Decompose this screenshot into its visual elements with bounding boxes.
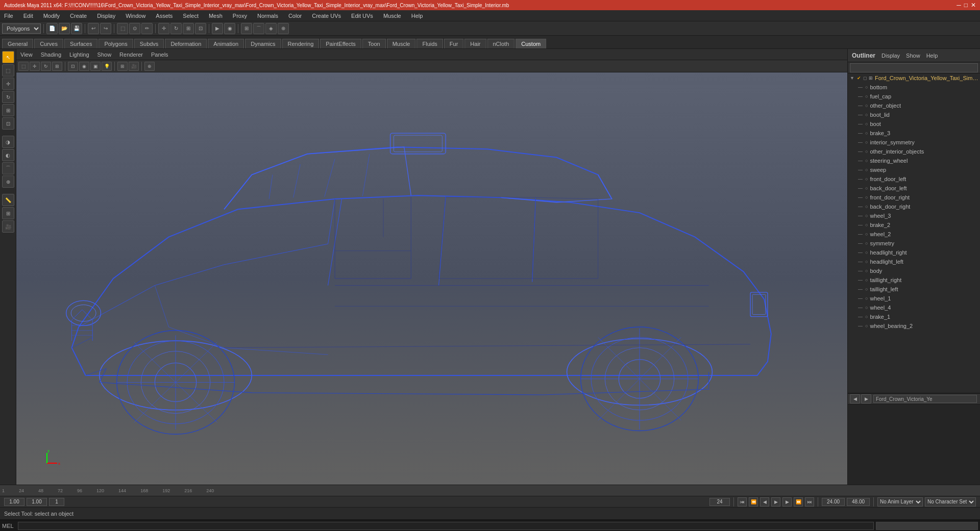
anim-layer-dropdown[interactable]: No Anim Layer (877, 497, 923, 507)
vp-texture-btn[interactable]: ▣ (90, 62, 101, 71)
menu-assets[interactable]: Assets (154, 12, 175, 20)
timeline-scrubber[interactable]: 1 24 48 72 96 120 144 168 192 216 240 (0, 485, 980, 496)
tab-general[interactable]: General (2, 39, 33, 48)
outliner-item[interactable]: — ○ brake_2 (848, 220, 980, 230)
prev-key-btn[interactable]: ⏪ (749, 497, 758, 507)
outliner-item[interactable]: — ○ steering_wheel (848, 156, 980, 165)
outliner-search-input[interactable] (850, 63, 978, 72)
outliner-item[interactable]: — ○ fuel_cap (848, 92, 980, 101)
outliner-item[interactable]: — ○ front_door_right (848, 193, 980, 202)
menu-select[interactable]: Select (181, 12, 201, 20)
toolbar-paint[interactable]: ✏ (141, 23, 153, 34)
vp-resolution-btn[interactable]: ⊕ (144, 62, 155, 71)
tab-fluids[interactable]: Fluids (416, 39, 443, 48)
goto-end-btn[interactable]: ⏭ (805, 497, 814, 507)
toolbar-save[interactable]: 💾 (71, 23, 82, 34)
vp-select-btn[interactable]: ⬚ (18, 62, 29, 71)
outliner-item[interactable]: — ○ interior_symmetry (848, 138, 980, 147)
tab-polygons[interactable]: Polygons (99, 39, 133, 48)
outliner-item[interactable]: — ○ wheel_bearing_2 (848, 321, 980, 331)
soft-mod-btn[interactable]: ◐ (2, 149, 14, 161)
toolbar-rotate[interactable]: ↻ (170, 23, 182, 34)
outliner-item[interactable]: — ○ front_door_left (848, 174, 980, 184)
next-frame-btn[interactable]: ▶ (782, 497, 792, 507)
outliner-item[interactable]: — ○ headlight_right (848, 248, 980, 257)
toolbar-snap-view[interactable]: ⊕ (278, 23, 289, 34)
outliner-item[interactable]: — ○ boot_lid (848, 110, 980, 119)
minimize-button[interactable]: ─ (957, 2, 961, 9)
transform-btn[interactable]: ⊡ (2, 117, 14, 130)
menu-muscle[interactable]: Muscle (381, 12, 403, 20)
menu-create-uvs[interactable]: Create UVs (310, 12, 343, 20)
vp-light-btn[interactable]: 💡 (102, 62, 112, 71)
menu-edit[interactable]: Edit (21, 12, 35, 20)
outliner-item[interactable]: — ○ wheel_2 (848, 230, 980, 239)
toolbar-new[interactable]: 📄 (46, 23, 58, 34)
vp-menu-view[interactable]: View (18, 50, 35, 59)
graph-tab-label[interactable]: Ford_Crown_Victoria_Ye (876, 396, 933, 402)
menu-display[interactable]: Display (95, 12, 117, 20)
toolbar-move[interactable]: ✛ (158, 23, 169, 34)
menu-edit-uvs[interactable]: Edit UVs (349, 12, 375, 20)
toolbar-snap-curve[interactable]: ⌒ (253, 23, 264, 34)
viewport-canvas[interactable]: x y (16, 72, 847, 485)
vp-menu-renderer[interactable]: Renderer (117, 50, 145, 59)
vp-smooth-btn[interactable]: ◉ (79, 62, 89, 71)
outliner-item[interactable]: — ○ back_door_left (848, 184, 980, 193)
toolbar-render[interactable]: ▶ (212, 23, 223, 34)
outliner-menu-show[interactable]: Show (906, 53, 920, 59)
toolbar-snap-grid[interactable]: ⊞ (241, 23, 252, 34)
tab-curves[interactable]: Curves (34, 39, 63, 48)
frame-input[interactable] (49, 498, 64, 506)
tab-deformation[interactable]: Deformation (165, 39, 207, 48)
outliner-item[interactable]: — ○ brake_3 (848, 129, 980, 138)
tab-subdvs[interactable]: Subdvs (134, 39, 164, 48)
toolbar-transform[interactable]: ⊡ (195, 23, 206, 34)
tab-toon[interactable]: Toon (362, 39, 386, 48)
toolbar-scale[interactable]: ⊞ (183, 23, 194, 34)
vp-grid-btn[interactable]: ⊞ (117, 62, 128, 71)
vp-menu-lighting[interactable]: Lighting (67, 50, 91, 59)
outliner-item[interactable]: — ○ sweep (848, 165, 980, 174)
outliner-item[interactable]: — ○ wheel_3 (848, 211, 980, 220)
tab-fur[interactable]: Fur (444, 39, 464, 48)
cam-btn[interactable]: 🎥 (2, 220, 14, 233)
show-manip-btn[interactable]: ⊕ (2, 175, 14, 188)
outliner-item[interactable]: — ○ brake_1 (848, 312, 980, 321)
end-time-input[interactable] (847, 498, 870, 506)
tab-custom[interactable]: Custom (516, 39, 546, 48)
paint-select-btn[interactable]: ⬚ (2, 64, 14, 77)
tab-surfaces[interactable]: Surfaces (64, 39, 97, 48)
mode-dropdown[interactable]: Polygons (2, 23, 41, 34)
play-btn[interactable]: ▶ (771, 497, 780, 507)
menu-proxy[interactable]: Proxy (231, 12, 249, 20)
start-frame-input[interactable] (4, 498, 24, 506)
move-btn[interactable]: ✛ (2, 78, 14, 90)
grid-btn[interactable]: ⊞ (2, 207, 14, 219)
menu-modify[interactable]: Modify (41, 12, 62, 20)
tab-painteffects[interactable]: PaintEffects (320, 39, 361, 48)
outliner-item[interactable]: — ○ taillight_left (848, 285, 980, 294)
vp-wireframe-btn[interactable]: ⊡ (68, 62, 78, 71)
toolbar-open[interactable]: 📂 (59, 23, 70, 34)
vp-menu-panels[interactable]: Panels (149, 50, 170, 59)
toolbar-lasso[interactable]: ⊙ (129, 23, 140, 34)
menu-create[interactable]: Create (68, 12, 89, 20)
vp-menu-shading[interactable]: Shading (39, 50, 63, 59)
menu-normals[interactable]: Normals (255, 12, 280, 20)
menu-help[interactable]: Help (409, 12, 425, 20)
toolbar-select[interactable]: ⬚ (117, 23, 128, 34)
scroll-left-btn[interactable]: ◀ (850, 394, 860, 403)
playback-speed-input[interactable] (822, 498, 845, 506)
maximize-button[interactable]: □ (964, 2, 968, 9)
scale-btn[interactable]: ⊞ (2, 104, 14, 116)
outliner-item[interactable]: ▼ ✔ ◻ ⊞ Ford_Crown_Victoria_Yellow_Taxi_… (848, 73, 980, 83)
outliner-item[interactable]: — ○ other_interior_objects (848, 147, 980, 156)
outliner-menu-help[interactable]: Help (926, 53, 938, 59)
rotate-btn[interactable]: ↻ (2, 91, 14, 103)
menu-file[interactable]: File (2, 12, 15, 20)
outliner-item[interactable]: — ○ wheel_1 (848, 294, 980, 303)
goto-start-btn[interactable]: ⏮ (738, 497, 747, 507)
select-tool-btn[interactable]: ↖ (2, 51, 14, 63)
tab-ncloth[interactable]: nCloth (487, 39, 515, 48)
